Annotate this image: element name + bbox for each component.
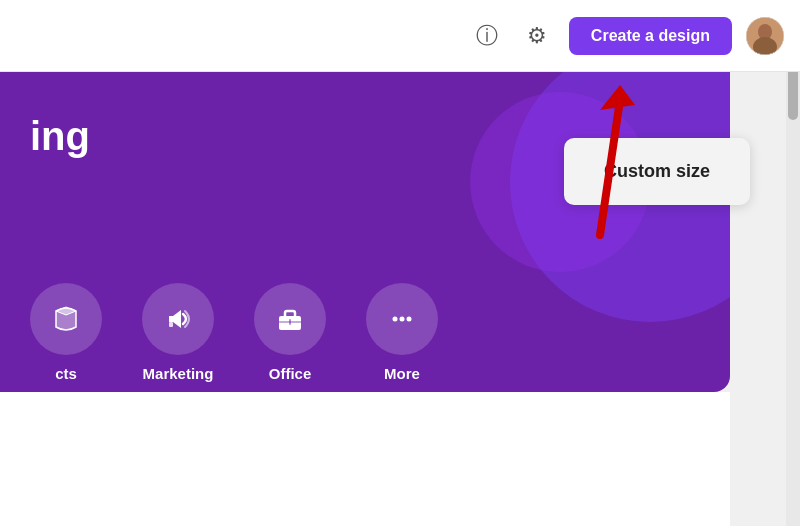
custom-size-card[interactable]: Custom size (564, 138, 750, 205)
svg-point-9 (393, 317, 398, 322)
help-icon: ⓘ (476, 21, 498, 51)
svg-rect-5 (169, 322, 173, 327)
more-label: More (384, 365, 420, 382)
avatar-image (746, 17, 784, 55)
custom-size-label: Custom size (604, 161, 710, 182)
header-right: ⓘ ⚙ Create a design (469, 17, 784, 55)
settings-button[interactable]: ⚙ (519, 18, 555, 54)
category-item-products[interactable]: cts (30, 283, 102, 382)
category-item-office[interactable]: Office (254, 283, 326, 382)
marketing-label: Marketing (143, 365, 214, 382)
category-item-marketing[interactable]: Marketing (142, 283, 214, 382)
header: ⓘ ⚙ Create a design (0, 0, 800, 72)
hero-banner: ing cts (0, 72, 730, 392)
category-item-more[interactable]: More (366, 283, 438, 382)
products-label: cts (55, 365, 77, 382)
more-icon (366, 283, 438, 355)
create-design-button[interactable]: Create a design (569, 17, 732, 55)
bottom-strip (0, 392, 730, 526)
svg-point-10 (400, 317, 405, 322)
svg-point-11 (407, 317, 412, 322)
settings-icon: ⚙ (527, 23, 547, 49)
hero-title: ing (30, 112, 90, 160)
avatar[interactable] (746, 17, 784, 55)
categories-row: cts Marketing (0, 283, 730, 382)
scrollbar-track (786, 0, 800, 526)
office-icon (254, 283, 326, 355)
help-button[interactable]: ⓘ (469, 18, 505, 54)
marketing-icon (142, 283, 214, 355)
page-wrapper: ⓘ ⚙ Create a design ing (0, 0, 800, 526)
products-icon (30, 283, 102, 355)
office-label: Office (269, 365, 312, 382)
